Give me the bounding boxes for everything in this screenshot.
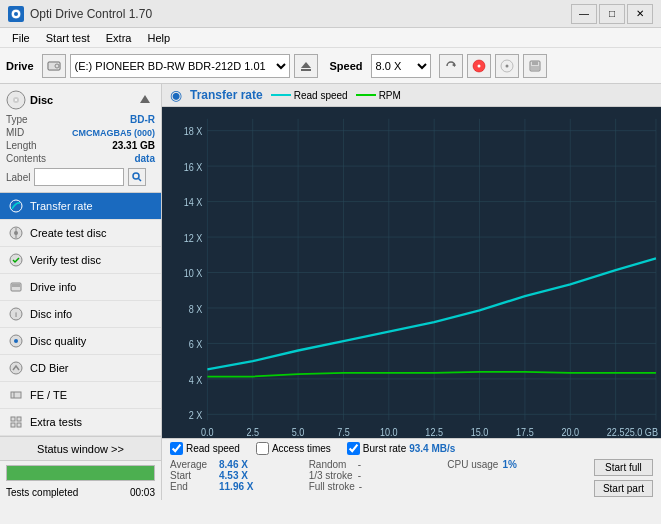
nav-drive-info[interactable]: Drive info	[0, 274, 161, 301]
average-label: Average	[170, 459, 215, 470]
svg-text:2.5: 2.5	[246, 426, 259, 438]
burst-rate-checkbox[interactable]: Burst rate 93.4 MB/s	[347, 442, 456, 455]
access-times-checkbox[interactable]: Access times	[256, 442, 331, 455]
left-panel: Disc Type BD-R MID CMCMAGBA5 (000) Lengt…	[0, 84, 162, 500]
fe-te-icon	[8, 387, 24, 403]
svg-text:14 X: 14 X	[184, 197, 203, 209]
length-value: 23.31 GB	[112, 140, 155, 151]
svg-text:0.0: 0.0	[201, 426, 214, 438]
status-window-button[interactable]: Status window >>	[0, 437, 161, 461]
svg-point-11	[505, 64, 508, 67]
random-label: Random	[309, 459, 354, 470]
nav-list: Transfer rate Create test disc Verify te…	[0, 193, 161, 436]
svg-rect-27	[12, 284, 20, 287]
nav-disc-quality[interactable]: Disc quality	[0, 328, 161, 355]
svg-text:22.5: 22.5	[607, 426, 625, 438]
speed-select[interactable]: 8.0 X	[371, 54, 431, 78]
nav-disc-quality-label: Disc quality	[30, 335, 86, 347]
drive-icon-btn[interactable]	[42, 54, 66, 78]
speed-label: Speed	[330, 60, 363, 72]
svg-text:5.0: 5.0	[292, 426, 305, 438]
disc-info-icon: i	[8, 306, 24, 322]
content-area: Disc Type BD-R MID CMCMAGBA5 (000) Lengt…	[0, 84, 661, 500]
drive-info-icon	[8, 279, 24, 295]
svg-rect-14	[531, 66, 539, 70]
minimize-button[interactable]: —	[571, 4, 597, 24]
svg-point-19	[133, 173, 139, 179]
contents-value: data	[134, 153, 155, 164]
refresh-button[interactable]	[439, 54, 463, 78]
read-speed-checkbox[interactable]: Read speed	[170, 442, 240, 455]
close-button[interactable]: ✕	[627, 4, 653, 24]
nav-transfer-rate[interactable]: Transfer rate	[0, 193, 161, 220]
app-icon	[8, 6, 24, 22]
app-title: Opti Drive Control 1.70	[30, 7, 571, 21]
svg-point-32	[10, 362, 22, 374]
disc-label-input[interactable]	[34, 168, 124, 186]
disc-button[interactable]	[467, 54, 491, 78]
nav-disc-info-label: Disc info	[30, 308, 72, 320]
read-speed-checkbox-label: Read speed	[186, 443, 240, 454]
svg-rect-39	[271, 94, 291, 96]
menu-help[interactable]: Help	[139, 30, 178, 46]
legend-rpm: RPM	[356, 90, 401, 101]
svg-text:20.0: 20.0	[561, 426, 579, 438]
menu-start-test[interactable]: Start test	[38, 30, 98, 46]
eject-button[interactable]	[294, 54, 318, 78]
svg-point-9	[477, 64, 480, 67]
nav-verify-test-disc-label: Verify test disc	[30, 254, 101, 266]
nav-verify-test-disc[interactable]: Verify test disc	[0, 247, 161, 274]
mid-value: CMCMAGBA5 (000)	[72, 128, 155, 138]
start-full-button[interactable]: Start full	[594, 459, 653, 476]
drive-select[interactable]: (E:) PIONEER BD-RW BDR-212D 1.01	[70, 54, 290, 78]
svg-point-21	[10, 200, 22, 212]
chart-area: 18 X 16 X 14 X 12 X 10 X 8 X 6 X 4 X 2 X…	[162, 107, 661, 438]
svg-marker-5	[301, 62, 311, 68]
disc-section-icon	[6, 90, 26, 110]
chart-title-icon: ◉	[170, 87, 182, 103]
svg-text:25.0 GB: 25.0 GB	[625, 426, 659, 438]
svg-rect-37	[11, 423, 15, 427]
nav-transfer-rate-label: Transfer rate	[30, 200, 93, 212]
nav-extra-tests[interactable]: Extra tests	[0, 409, 161, 436]
end-label: End	[170, 481, 215, 492]
create-disc-icon	[8, 225, 24, 241]
start-stat-label: Start	[170, 470, 215, 481]
disc-arrows[interactable]	[135, 91, 155, 109]
nav-cd-bier[interactable]: CD Bier	[0, 355, 161, 382]
drive-label: Drive	[6, 60, 34, 72]
full-stroke-value: -	[359, 481, 362, 492]
nav-create-test-disc[interactable]: Create test disc	[0, 220, 161, 247]
progress-bar	[7, 466, 154, 480]
type-value: BD-R	[130, 114, 155, 125]
burn-button[interactable]	[495, 54, 519, 78]
start-part-button[interactable]: Start part	[594, 480, 653, 497]
progress-bar-container	[6, 465, 155, 481]
svg-text:12.5: 12.5	[425, 426, 443, 438]
svg-text:2 X: 2 X	[189, 409, 203, 421]
svg-text:10 X: 10 X	[184, 268, 203, 280]
stroke13-value: -	[358, 470, 361, 481]
menu-extra[interactable]: Extra	[98, 30, 140, 46]
extra-tests-icon	[8, 414, 24, 430]
svg-text:7.5: 7.5	[337, 426, 350, 438]
nav-fe-te[interactable]: FE / TE	[0, 382, 161, 409]
cd-bier-icon	[8, 360, 24, 376]
window-controls: — □ ✕	[571, 4, 653, 24]
svg-point-31	[14, 339, 18, 343]
nav-disc-info[interactable]: i Disc info	[0, 301, 161, 328]
stats-area: Average 8.46 X Start 4.53 X End 11.96 X …	[170, 459, 653, 497]
svg-text:4 X: 4 X	[189, 374, 203, 386]
save-button[interactable]	[523, 54, 547, 78]
nav-cd-bier-label: CD Bier	[30, 362, 69, 374]
cpu-usage-label: CPU usage	[447, 459, 498, 470]
maximize-button[interactable]: □	[599, 4, 625, 24]
svg-rect-36	[17, 417, 21, 421]
svg-point-1	[14, 12, 18, 16]
svg-text:15.0: 15.0	[471, 426, 489, 438]
svg-text:8 X: 8 X	[189, 303, 203, 315]
svg-text:12 X: 12 X	[184, 232, 203, 244]
label-search-btn[interactable]	[128, 168, 146, 186]
menu-file[interactable]: File	[4, 30, 38, 46]
toolbar: Drive (E:) PIONEER BD-RW BDR-212D 1.01 S…	[0, 48, 661, 84]
